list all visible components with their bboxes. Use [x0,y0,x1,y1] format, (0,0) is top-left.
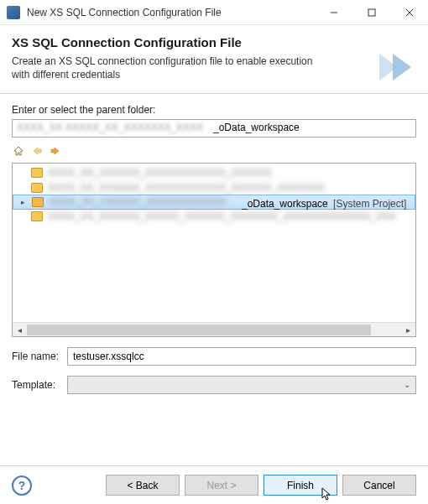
window-controls [315,0,428,25]
back-arrow-icon[interactable] [30,144,44,158]
maximize-button[interactable] [352,0,390,25]
window-title: New XS SQL Connection Configuration File [27,7,315,18]
parent-folder-label: Enter or select the parent folder: [12,104,416,116]
filename-input[interactable] [67,347,416,366]
filename-label: File name: [12,351,62,362]
next-button-label: Next > [206,480,236,491]
expand-caret-icon[interactable]: ▸ [18,198,27,206]
forward-arrow-icon[interactable] [49,144,62,158]
folder-icon [31,211,43,221]
back-button-label: < Back [127,480,158,491]
tree-item-visible: _oData_workspace [242,198,328,210]
svg-rect-1 [368,9,375,16]
next-button: Next > [185,475,258,496]
template-dropdown[interactable]: ⌄ [67,376,416,394]
app-icon [7,6,20,19]
horizontal-scrollbar[interactable]: ◂ ▸ [13,322,415,336]
tree-item[interactable]: XXXX_XX_XXXXXX_XXXXXXXXXXXX_XXXXXX_XXXXX… [13,180,415,195]
scroll-thumb[interactable] [27,325,371,335]
tree-item-label: XXXX_XX_XXXXXX_XXXXX_XXXXXX_XXXXXXX_XXXX… [48,210,396,222]
scroll-left-button[interactable]: ◂ [13,323,27,337]
scroll-track[interactable] [27,323,401,336]
tree-item[interactable]: XXXX_XX_XXXXXX_XXXXX_XXXXXX_XXXXXXX_XXXX… [13,209,415,224]
template-row: Template: ⌄ [12,376,416,394]
svg-marker-5 [393,54,411,81]
chevron-down-icon: ⌄ [404,380,410,389]
home-icon[interactable] [12,144,25,158]
wizard-header: XS SQL Connection Configuration File Cre… [0,25,428,94]
help-button[interactable]: ? [12,475,32,496]
mouse-cursor-icon [321,487,333,502]
folder-tree[interactable]: XXXX_XX_XXXXXX_XXXXXXXXXXXX_XXXXXX XXXX_… [12,163,416,337]
help-icon: ? [18,479,26,492]
back-button[interactable]: < Back [106,475,180,496]
template-label: Template: [12,379,62,391]
header-banner-icon [374,50,423,84]
tree-item-label: XXXX_XX_XXXXXX_XXXXXXXXXXXX_oData_worksp… [49,195,406,210]
tree-nav-toolbar [12,143,416,159]
parent-folder-field-wrap: XXXX_XX XXXXX_XX_XXXXXXX_XXXX _oData_wor… [12,119,416,138]
filename-row: File name: [12,347,416,366]
titlebar: New XS SQL Connection Configuration File [0,0,428,25]
minimize-button[interactable] [315,0,352,25]
tree-item[interactable]: XXXX_XX_XXXXXX_XXXXXXXXXXXX_XXXXXX [13,165,415,180]
cancel-button-label: Cancel [363,480,394,491]
tree-item-suffix: [System Project] [331,198,407,210]
parent-folder-input[interactable] [12,119,416,138]
cancel-button[interactable]: Cancel [342,475,416,496]
folder-icon [31,183,43,193]
project-icon [32,197,44,207]
page-description: Create an XS SQL connection configuratio… [12,55,331,81]
folder-icon [31,168,43,178]
tree-item-label: XXXX_XX_XXXXXX_XXXXXXXXXXXX_XXXXXX [48,167,272,179]
finish-button[interactable]: Finish [264,475,337,496]
tree-item-label: XXXX_XX_XXXXXX_XXXXXXXXXXXX_XXXXXX_XXXXX… [48,182,325,194]
wizard-footer: ? < Back Next > Finish Cancel [0,465,428,504]
tree-item-selected[interactable]: ▸ XXXX_XX_XXXXXX_XXXXXXXXXXXX_oData_work… [13,195,415,210]
wizard-body: Enter or select the parent folder: XXXX_… [0,94,428,394]
scroll-right-button[interactable]: ▸ [401,323,415,337]
close-button[interactable] [390,0,428,25]
page-title: XS SQL Connection Configuration File [12,35,416,49]
finish-button-label: Finish [287,480,314,491]
